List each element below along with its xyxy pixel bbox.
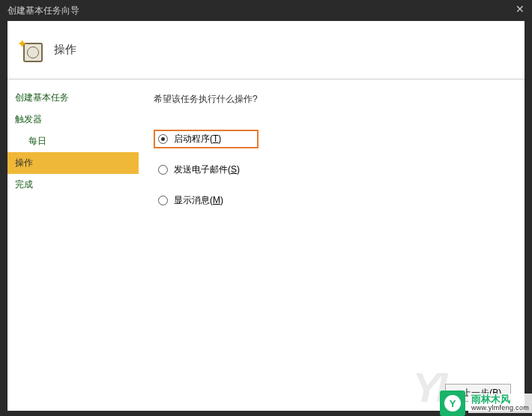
radio-label-send-email: 发送电子邮件(S) <box>174 163 240 176</box>
watermark-badge-icon: Y <box>440 391 465 416</box>
radio-send-email[interactable]: 发送电子邮件(S) <box>154 160 510 179</box>
sidebar-item-action[interactable]: 操作 <box>7 152 139 174</box>
watermark-url: www.ylmfeng.com <box>471 405 529 412</box>
action-radio-group: 启动程序(T) 发送电子邮件(S) 显示消息(M) <box>154 130 510 210</box>
action-prompt: 希望该任务执行什么操作? <box>154 93 510 106</box>
radio-icon <box>158 134 168 144</box>
wizard-header: ✦ 操作 <box>7 21 525 79</box>
scheduler-icon: ✦ <box>19 38 43 62</box>
close-icon[interactable]: ✕ <box>516 3 525 15</box>
wizard-steps-sidebar: 创建基本任务 触发器 每日 操作 完成 <box>7 79 139 411</box>
sidebar-item-create-task[interactable]: 创建基本任务 <box>7 87 139 109</box>
radio-label-start-program: 启动程序(T) <box>174 133 221 145</box>
watermark-text: 雨林木风 www.ylmfeng.com <box>468 394 532 413</box>
window-titlebar: 创建基本任务向导 ✕ <box>0 0 532 21</box>
radio-show-message[interactable]: 显示消息(M) <box>154 191 510 210</box>
sidebar-item-finish[interactable]: 完成 <box>7 174 139 196</box>
sidebar-item-trigger[interactable]: 触发器 <box>7 109 139 130</box>
sidebar-item-daily[interactable]: 每日 <box>7 130 139 152</box>
watermark: Y 雨林木风 www.ylmfeng.com <box>440 391 532 416</box>
window-title: 创建基本任务向导 <box>7 4 79 17</box>
watermark-brand: 雨林木风 <box>471 394 529 405</box>
wizard-content: 希望该任务执行什么操作? 启动程序(T) 发送电子邮件(S) <box>139 79 525 411</box>
radio-label-show-message: 显示消息(M) <box>174 194 223 207</box>
radio-icon <box>158 165 168 175</box>
page-title: 操作 <box>54 43 76 57</box>
radio-start-program[interactable]: 启动程序(T) <box>154 130 259 148</box>
radio-icon <box>158 196 168 205</box>
wizard-dialog: ✦ 操作 创建基本任务 触发器 每日 操作 完成 希望该任务执行什么操作? 启动… <box>7 21 525 411</box>
wizard-body: 创建基本任务 触发器 每日 操作 完成 希望该任务执行什么操作? 启动程序(T)… <box>7 79 525 411</box>
